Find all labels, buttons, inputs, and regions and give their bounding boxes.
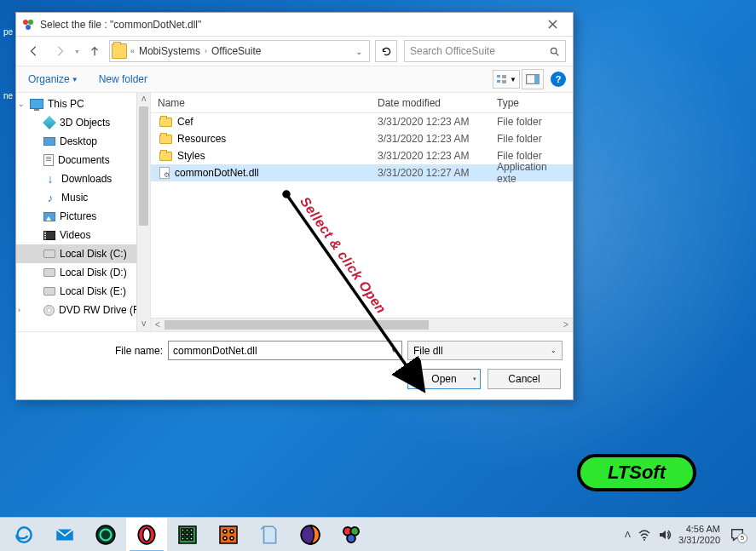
- toolbar: Organize ▼ New folder ▼ ?: [16, 66, 573, 93]
- file-name: Cef: [177, 116, 193, 128]
- titlebar[interactable]: Select the file : "commonDotNet.dll": [16, 13, 573, 37]
- folder-icon: [159, 135, 172, 144]
- refresh-button[interactable]: [375, 40, 397, 62]
- col-name[interactable]: Name: [151, 97, 371, 109]
- dvd-icon: [43, 305, 55, 316]
- task-firefox[interactable]: [290, 518, 331, 552]
- file-date: 3/31/2020 12:23 AM: [371, 116, 490, 128]
- back-button[interactable]: [23, 40, 45, 62]
- filename-label: File name:: [26, 345, 163, 357]
- col-date[interactable]: Date modified: [371, 97, 490, 109]
- svg-point-3: [551, 48, 557, 54]
- close-button[interactable]: [534, 14, 571, 36]
- file-date: 3/31/2020 12:23 AM: [371, 133, 490, 145]
- chevron-icon: ›: [203, 47, 209, 55]
- disk-icon: [43, 250, 55, 258]
- tree-dvd[interactable]: ›DVD RW Drive (F: [16, 301, 150, 319]
- cancel-button[interactable]: Cancel: [488, 369, 561, 389]
- svg-rect-4: [497, 75, 500, 77]
- svg-rect-7: [534, 75, 540, 84]
- new-folder-button[interactable]: New folder: [90, 70, 156, 89]
- dialog-footer: File name: commonDotNet.dll▼ File dll⌄ O…: [16, 331, 573, 399]
- search-input[interactable]: Search OfficeSuite: [404, 40, 566, 62]
- col-type[interactable]: Type: [490, 97, 573, 109]
- svg-rect-24: [190, 537, 193, 540]
- taskbar-clock[interactable]: 4:56 AM 3/31/2020: [678, 524, 720, 546]
- file-type-filter[interactable]: File dll⌄: [407, 341, 563, 360]
- file-open-dialog: Select the file : "commonDotNet.dll" ▼ «…: [15, 12, 574, 400]
- dialog-title: Select the file : "commonDotNet.dll": [40, 19, 534, 31]
- downloads-icon: ↓: [43, 172, 57, 186]
- volume-icon[interactable]: [658, 528, 672, 542]
- nav-row: ▼ « MobiSystems › OfficeSuite ⌄ Search O…: [16, 37, 573, 66]
- file-row[interactable]: Cef3/31/2020 12:23 AMFile folder: [151, 113, 573, 130]
- task-orange[interactable]: [208, 518, 249, 552]
- svg-rect-21: [190, 533, 193, 536]
- breadcrumb-bar[interactable]: « MobiSystems › OfficeSuite ⌄: [109, 40, 370, 62]
- tree-desktop[interactable]: Desktop: [16, 132, 150, 151]
- task-edge[interactable]: [3, 518, 44, 552]
- help-button[interactable]: ?: [551, 72, 566, 87]
- filename-input[interactable]: commonDotNet.dll▼: [168, 341, 402, 360]
- column-headers[interactable]: Name Date modified Type: [151, 93, 573, 113]
- tree-scrollbar[interactable]: ᐱᐯ: [136, 93, 150, 331]
- svg-rect-20: [186, 533, 188, 536]
- file-date: 3/31/2020 12:27 AM: [371, 167, 490, 179]
- breadcrumb-seg1[interactable]: MobiSystems: [136, 45, 203, 57]
- up-button[interactable]: [84, 40, 106, 62]
- dll-icon: [159, 167, 170, 179]
- svg-point-27: [230, 530, 234, 533]
- svg-rect-16: [182, 529, 184, 531]
- file-type: Application exte: [490, 161, 573, 185]
- task-notepad[interactable]: [249, 518, 290, 552]
- tree-disk-c[interactable]: Local Disk (C:): [16, 244, 150, 263]
- file-name: Resources: [177, 133, 226, 145]
- music-icon: ♪: [43, 191, 57, 204]
- file-row[interactable]: commonDotNet.dll3/31/2020 12:27 AMApplic…: [151, 164, 573, 181]
- recent-locations[interactable]: ▼: [74, 49, 80, 54]
- task-app[interactable]: [331, 518, 372, 552]
- horizontal-scrollbar[interactable]: ᐸᐳ: [151, 318, 573, 331]
- tray-overflow[interactable]: ᐱ: [625, 530, 631, 539]
- breadcrumb-dropdown[interactable]: ⌄: [350, 47, 367, 56]
- nav-tree[interactable]: ⌄This PC 3D Objects Desktop Documents ↓D…: [16, 93, 151, 331]
- folder-icon: [112, 43, 127, 59]
- task-opera[interactable]: [126, 518, 167, 552]
- system-tray[interactable]: ᐱ 4:56 AM 3/31/2020 5: [625, 518, 753, 551]
- tree-music[interactable]: ♪Music: [16, 188, 150, 207]
- breadcrumb-seg2[interactable]: OfficeSuite: [209, 45, 263, 57]
- file-type: File folder: [490, 116, 573, 128]
- tree-documents[interactable]: Documents: [16, 151, 150, 169]
- forward-button[interactable]: [49, 40, 71, 62]
- app-icon: [21, 18, 35, 32]
- organize-menu[interactable]: Organize ▼: [23, 70, 84, 89]
- svg-rect-17: [186, 529, 188, 531]
- tree-downloads[interactable]: ↓Downloads: [16, 169, 150, 188]
- file-date: 3/31/2020 12:23 AM: [371, 150, 490, 162]
- tree-pictures[interactable]: Pictures: [16, 207, 150, 226]
- wifi-icon[interactable]: [638, 528, 651, 542]
- pc-icon: [30, 99, 43, 109]
- notifications-button[interactable]: 5: [727, 525, 747, 545]
- file-row[interactable]: Resources3/31/2020 12:23 AMFile folder: [151, 130, 573, 147]
- task-grid[interactable]: [167, 518, 208, 552]
- task-iobit[interactable]: [85, 518, 126, 552]
- svg-point-1: [28, 20, 33, 25]
- taskbar[interactable]: ᐱ 4:56 AM 3/31/2020 5: [0, 517, 756, 551]
- svg-point-29: [230, 537, 234, 540]
- task-mail[interactable]: [44, 518, 85, 552]
- file-type: File folder: [490, 133, 573, 145]
- view-options[interactable]: ▼: [493, 70, 520, 89]
- svg-rect-23: [186, 537, 188, 540]
- tree-this-pc[interactable]: ⌄This PC: [16, 95, 150, 113]
- tree-disk-e[interactable]: Local Disk (E:): [16, 282, 150, 301]
- tree-disk-d[interactable]: Local Disk (D:): [16, 263, 150, 282]
- svg-point-0: [23, 20, 28, 25]
- tree-videos[interactable]: Videos: [16, 226, 150, 244]
- preview-pane-button[interactable]: [522, 69, 544, 89]
- open-button[interactable]: Open▾: [407, 369, 481, 389]
- svg-point-33: [347, 534, 355, 542]
- svg-rect-25: [220, 526, 237, 543]
- ltsoft-watermark: LTSoft: [577, 454, 696, 491]
- tree-3d-objects[interactable]: 3D Objects: [16, 113, 150, 132]
